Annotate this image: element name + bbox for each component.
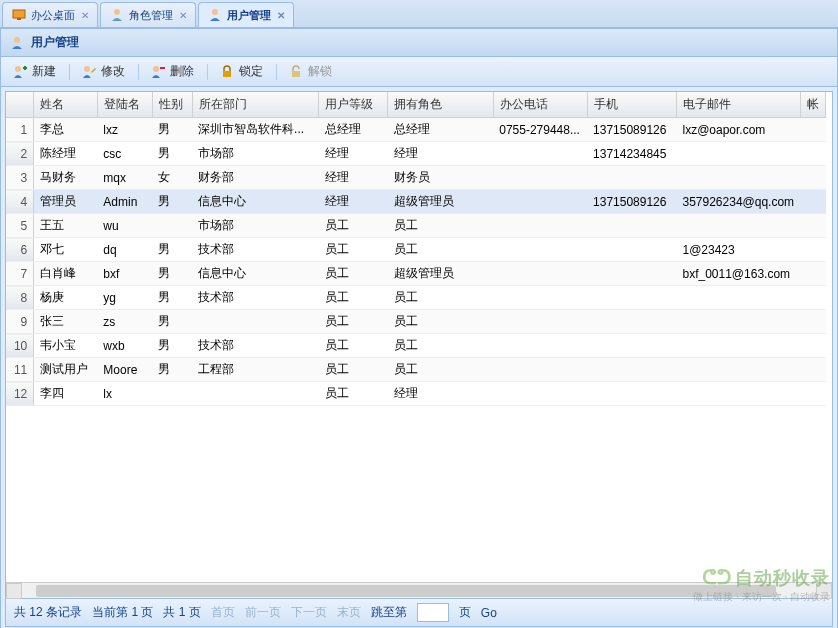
cell bbox=[676, 358, 800, 382]
pager-go[interactable]: Go bbox=[481, 606, 497, 620]
column-header[interactable]: 性别 bbox=[152, 92, 192, 118]
pager-prev[interactable]: 前一页 bbox=[245, 604, 281, 621]
table-row[interactable]: 4管理员Admin男信息中心经理超级管理员1371508912635792623… bbox=[6, 190, 826, 214]
unlock-button[interactable]: 解锁 bbox=[281, 60, 339, 83]
horizontal-scrollbar[interactable] bbox=[6, 582, 832, 598]
scroll-thumb[interactable] bbox=[36, 585, 776, 597]
cell: 员工 bbox=[388, 334, 493, 358]
cell: 总经理 bbox=[319, 118, 388, 142]
separator bbox=[138, 64, 139, 80]
cell: 男 bbox=[152, 262, 192, 286]
table-row[interactable]: 12李四lx员工经理 bbox=[6, 382, 826, 406]
column-header[interactable]: 手机 bbox=[587, 92, 676, 118]
cell: 陈经理 bbox=[34, 142, 98, 166]
row-number: 6 bbox=[6, 238, 34, 262]
user-table: 姓名登陆名性别所在部门用户等级拥有角色办公电话手机电子邮件帐 1李总lxz男深圳… bbox=[6, 92, 826, 406]
cell bbox=[587, 382, 676, 406]
cell: csc bbox=[97, 142, 152, 166]
table-row[interactable]: 9张三zs男员工员工 bbox=[6, 310, 826, 334]
delete-button[interactable]: 删除 bbox=[143, 60, 201, 83]
column-header[interactable]: 所在部门 bbox=[192, 92, 319, 118]
cell: yg bbox=[97, 286, 152, 310]
row-number: 8 bbox=[6, 286, 34, 310]
table-row[interactable]: 2陈经理csc男市场部经理经理13714234845 bbox=[6, 142, 826, 166]
cell: 测试用户 bbox=[34, 358, 98, 382]
cell: 经理 bbox=[319, 190, 388, 214]
separator bbox=[69, 64, 70, 80]
cell: 市场部 bbox=[192, 142, 319, 166]
cell bbox=[493, 214, 587, 238]
tab-label: 办公桌面 bbox=[31, 8, 75, 23]
cell: 财务部 bbox=[192, 166, 319, 190]
cell: 工程部 bbox=[192, 358, 319, 382]
scroll-left-arrow[interactable] bbox=[6, 583, 22, 599]
cell bbox=[493, 238, 587, 262]
table-row[interactable]: 10韦小宝wxb男技术部员工员工 bbox=[6, 334, 826, 358]
cell: 员工 bbox=[319, 382, 388, 406]
column-header[interactable]: 拥有角色 bbox=[388, 92, 493, 118]
close-icon[interactable]: ✕ bbox=[81, 10, 89, 21]
cell: 男 bbox=[152, 334, 192, 358]
tab-desktop[interactable]: 办公桌面 ✕ bbox=[2, 2, 98, 27]
cell: 女 bbox=[152, 166, 192, 190]
table-row[interactable]: 5王五wu市场部员工员工 bbox=[6, 214, 826, 238]
grid-body: 姓名登陆名性别所在部门用户等级拥有角色办公电话手机电子邮件帐 1李总lxz男深圳… bbox=[6, 92, 832, 582]
cell: 员工 bbox=[388, 358, 493, 382]
table-row[interactable]: 6邓七dq男技术部员工员工1@23423 bbox=[6, 238, 826, 262]
tab-strip: 办公桌面 ✕ 角色管理 ✕ 用户管理 ✕ bbox=[0, 0, 838, 28]
column-header[interactable]: 办公电话 bbox=[493, 92, 587, 118]
close-icon[interactable]: ✕ bbox=[277, 10, 285, 21]
pager-jump-input[interactable] bbox=[417, 603, 449, 622]
button-label: 修改 bbox=[101, 63, 125, 80]
column-header[interactable]: 帐 bbox=[800, 92, 825, 118]
tab-role-mgmt[interactable]: 角色管理 ✕ bbox=[100, 2, 196, 27]
pager-next[interactable]: 下一页 bbox=[291, 604, 327, 621]
separator bbox=[276, 64, 277, 80]
header-row: 姓名登陆名性别所在部门用户等级拥有角色办公电话手机电子邮件帐 bbox=[6, 92, 826, 118]
edit-button[interactable]: 修改 bbox=[74, 60, 132, 83]
cell bbox=[152, 214, 192, 238]
pager-jump-label: 跳至第 bbox=[371, 604, 407, 621]
panel-header: 用户管理 bbox=[1, 29, 837, 57]
pager-summary: 共 12 条记录 bbox=[14, 604, 82, 621]
user-icon bbox=[9, 35, 25, 51]
tab-user-mgmt[interactable]: 用户管理 ✕ bbox=[198, 2, 294, 27]
cell bbox=[800, 262, 825, 286]
cell: zs bbox=[97, 310, 152, 334]
cell: bxf_0011@163.com bbox=[676, 262, 800, 286]
cell: mqx bbox=[97, 166, 152, 190]
close-icon[interactable]: ✕ bbox=[179, 10, 187, 21]
table-row[interactable]: 11测试用户Moore男工程部员工员工 bbox=[6, 358, 826, 382]
column-header[interactable]: 姓名 bbox=[34, 92, 98, 118]
button-label: 删除 bbox=[170, 63, 194, 80]
user-add-icon bbox=[12, 64, 28, 80]
cell: 员工 bbox=[388, 310, 493, 334]
table-row[interactable]: 3马财务mqx女财务部经理财务员 bbox=[6, 166, 826, 190]
pager-last[interactable]: 末页 bbox=[337, 604, 361, 621]
button-label: 新建 bbox=[32, 63, 56, 80]
new-button[interactable]: 新建 bbox=[5, 60, 63, 83]
table-row[interactable]: 1李总lxz男深圳市智岛软件科...总经理总经理0755-279448...13… bbox=[6, 118, 826, 142]
cell bbox=[800, 214, 825, 238]
scroll-right-arrow[interactable] bbox=[816, 583, 832, 599]
lock-button[interactable]: 锁定 bbox=[212, 60, 270, 83]
column-header[interactable]: 电子邮件 bbox=[676, 92, 800, 118]
cell: 深圳市智岛软件科... bbox=[192, 118, 319, 142]
cell bbox=[800, 382, 825, 406]
column-header[interactable]: 用户等级 bbox=[319, 92, 388, 118]
pager-first[interactable]: 首页 bbox=[211, 604, 235, 621]
cell bbox=[800, 166, 825, 190]
column-header[interactable] bbox=[6, 92, 34, 118]
cell bbox=[192, 310, 319, 334]
table-row[interactable]: 8杨庚yg男技术部员工员工 bbox=[6, 286, 826, 310]
table-row[interactable]: 7白肖峰bxf男信息中心员工超级管理员bxf_0011@163.com bbox=[6, 262, 826, 286]
svg-point-2 bbox=[114, 9, 120, 15]
unlock-icon bbox=[288, 64, 304, 80]
cell bbox=[493, 310, 587, 334]
cell bbox=[493, 382, 587, 406]
cell: 员工 bbox=[319, 286, 388, 310]
cell bbox=[676, 166, 800, 190]
cell: 信息中心 bbox=[192, 262, 319, 286]
cell: 技术部 bbox=[192, 334, 319, 358]
column-header[interactable]: 登陆名 bbox=[97, 92, 152, 118]
